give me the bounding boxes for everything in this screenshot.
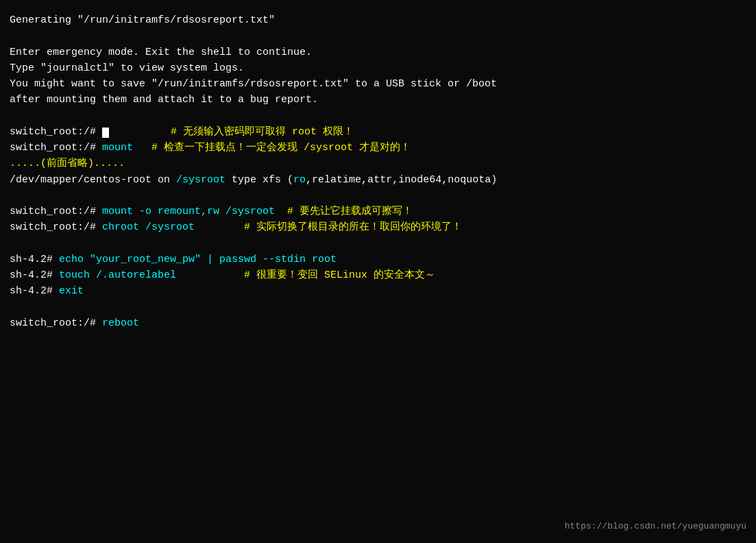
line13: sh-4.2# touch /.autorelabel # 很重要！变回 SEL… [10, 267, 746, 283]
text-segment [53, 254, 59, 265]
text-segment: Enter emergency mode. Exit the shell to … [10, 47, 312, 58]
line11: switch_root:/# chroot /sysroot # 实际切换了根目… [10, 219, 746, 235]
text-segment: sh-4.2# [10, 269, 53, 281]
text-segment [96, 221, 102, 233]
text-segment: switch_root:/# [10, 317, 96, 329]
text-segment: exit [59, 285, 84, 297]
text-segment: switch_root:/# [10, 126, 96, 138]
text-segment: Type "journalctl" to view system logs. [10, 62, 244, 74]
text-segment: echo "your_root_new_pw" | passwd --stdin… [59, 254, 337, 265]
text-segment: /sysroot [176, 174, 225, 186]
text-segment: type xfs ( [225, 174, 293, 186]
line8: .....(前面省略)..... [10, 156, 746, 171]
text-segment: switch_root:/# [10, 142, 96, 154]
line1: Generating "/run/initramfs/rdsosreport.t… [10, 12, 746, 28]
text-segment: ,relatime,attr,inode64,noquota) [306, 174, 497, 186]
text-segment: switch_root:/# [10, 221, 96, 233]
text-segment: # 要先让它挂载成可擦写！ [275, 206, 413, 217]
text-segment: You might want to save "/run/initramfs/r… [10, 78, 497, 90]
text-segment: switch_root:/# [10, 206, 96, 217]
blank-line [10, 108, 746, 124]
line7: switch_root:/# mount # 检查一下挂载点！一定会发现 /sy… [10, 140, 746, 156]
line6: switch_root:/# # 无须输入密码即可取得 root 权限！ [10, 124, 746, 140]
text-segment [53, 285, 59, 297]
line2: Enter emergency mode. Exit the shell to … [10, 45, 746, 60]
blank-line [10, 28, 746, 44]
text-segment: mount -o remount,rw /sysroot [102, 206, 275, 217]
watermark: https://blog.csdn.net/yueguangmuyu [565, 520, 746, 533]
line9: /dev/mapper/centos-root on /sysroot type… [10, 172, 746, 188]
text-segment: # 检查一下挂载点！一定会发现 /sysroot 才是对的！ [133, 142, 411, 154]
text-segment: reboot [102, 317, 139, 329]
text-segment: # 很重要！变回 SELinux 的安全本文～ [176, 269, 435, 281]
line15: switch_root:/# reboot [10, 315, 746, 331]
text-segment: ro [293, 174, 306, 186]
line12: sh-4.2# echo "your_root_new_pw" | passwd… [10, 252, 746, 267]
text-segment: sh-4.2# [10, 285, 53, 297]
line5: after mounting them and attach it to a b… [10, 92, 746, 108]
text-segment [96, 206, 102, 217]
text-segment: .....(前面省略)..... [10, 158, 125, 169]
text-segment: after mounting them and attach it to a b… [10, 94, 318, 106]
text-segment: # 无须输入密码即可取得 root 权限！ [109, 126, 354, 138]
text-segment [96, 126, 102, 138]
text-segment [96, 317, 102, 329]
line10: switch_root:/# mount -o remount,rw /sysr… [10, 204, 746, 219]
line3: Type "journalctl" to view system logs. [10, 60, 746, 76]
line4: You might want to save "/run/initramfs/r… [10, 76, 746, 92]
line14: sh-4.2# exit [10, 283, 746, 299]
text-segment [53, 269, 59, 281]
blank-line [10, 188, 746, 204]
blank-line [10, 236, 746, 252]
text-segment: mount [102, 142, 133, 154]
blank-line [10, 300, 746, 315]
text-segment: touch /.autorelabel [59, 269, 176, 281]
text-segment: # 实际切换了根目录的所在！取回你的环境了！ [195, 221, 462, 233]
text-segment: chroot /sysroot [102, 221, 195, 233]
text-segment: Generating "/run/initramfs/rdsosreport.t… [10, 14, 275, 26]
text-segment [96, 142, 102, 154]
cursor [102, 128, 109, 138]
text-segment: sh-4.2# [10, 254, 53, 265]
text-segment: /dev/mapper/centos-root on [10, 174, 176, 186]
terminal: Generating "/run/initramfs/rdsosreport.t… [10, 12, 746, 331]
